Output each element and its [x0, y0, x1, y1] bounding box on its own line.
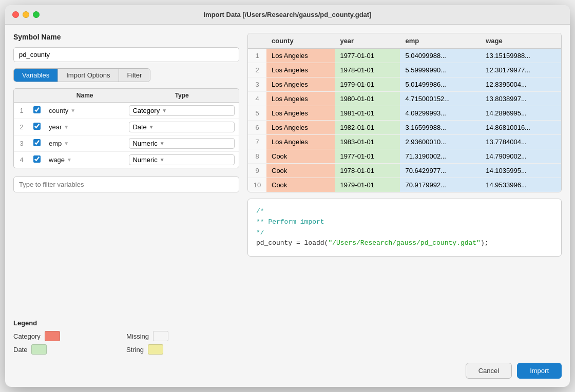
- table-row: 6 Los Angeles 1982-01-01 3.16599988... 1…: [248, 121, 561, 135]
- name-dropdown-arrow[interactable]: ▼: [64, 141, 69, 146]
- cell-emp: 4.09299993...: [400, 106, 481, 121]
- cell-county: Los Angeles: [266, 92, 335, 106]
- variable-row: 3 emp ▼ Numeric ▼: [14, 135, 239, 152]
- legend-color-swatch: [31, 344, 47, 355]
- traffic-lights: [12, 11, 40, 18]
- var-checkbox[interactable]: [33, 123, 41, 130]
- cancel-button[interactable]: Cancel: [466, 363, 512, 379]
- var-type-cell[interactable]: Numeric ▼: [125, 135, 239, 152]
- data-col-index: [248, 33, 266, 49]
- cell-emp: 5.59999990...: [400, 63, 481, 77]
- row-index: 9: [248, 164, 266, 178]
- cell-county: Los Angeles: [266, 121, 335, 135]
- cell-county: Los Angeles: [266, 77, 335, 92]
- data-col-county: county: [266, 33, 335, 49]
- code-comment2: ** Perform import: [256, 217, 553, 228]
- row-index: 10: [248, 178, 266, 192]
- cell-wage: 14.2896995...: [481, 106, 561, 121]
- cell-wage: 14.1035995...: [481, 164, 561, 178]
- col-header-check: [29, 89, 45, 103]
- row-index: 6: [248, 121, 266, 135]
- table-row: 3 Los Angeles 1979-01-01 5.01499986... 1…: [248, 77, 561, 92]
- data-col-year: year: [335, 33, 400, 49]
- var-name-cell: year ▼: [45, 119, 125, 135]
- cell-year: 1978-01-01: [335, 63, 400, 77]
- close-button[interactable]: [12, 11, 19, 18]
- cell-county: Los Angeles: [266, 106, 335, 121]
- legend-item: Missing: [126, 331, 239, 341]
- cell-county: Los Angeles: [266, 49, 335, 63]
- cell-emp: 70.6429977...: [400, 164, 481, 178]
- cell-emp: 2.93600010...: [400, 135, 481, 149]
- tab-variables[interactable]: Variables: [14, 69, 58, 82]
- minimize-button[interactable]: [23, 11, 29, 18]
- var-checkbox[interactable]: [33, 106, 41, 113]
- right-panel: county year emp wage 1 Los Angeles 1977-…: [247, 33, 562, 355]
- var-checkbox-cell[interactable]: [29, 119, 45, 135]
- cell-county: Los Angeles: [266, 135, 335, 149]
- var-checkbox[interactable]: [33, 155, 41, 163]
- cell-wage: 14.86810016...: [481, 121, 561, 135]
- name-dropdown-arrow[interactable]: ▼: [67, 157, 72, 163]
- data-table: county year emp wage 1 Los Angeles 1977-…: [248, 33, 561, 192]
- cell-wage: 13.15159988...: [481, 49, 561, 63]
- var-row-num: 3: [14, 135, 29, 152]
- col-header-rownum: [14, 89, 29, 103]
- var-checkbox-cell[interactable]: [29, 152, 45, 168]
- row-index: 3: [248, 77, 266, 92]
- table-row: 2 Los Angeles 1978-01-01 5.59999990... 1…: [248, 63, 561, 77]
- code-assignment: pd_county = loadd(: [256, 239, 328, 247]
- import-button[interactable]: Import: [517, 363, 562, 379]
- cell-emp: 3.16599988...: [400, 121, 481, 135]
- cell-year: 1982-01-01: [335, 121, 400, 135]
- cell-year: 1979-01-01: [335, 178, 400, 192]
- row-index: 4: [248, 92, 266, 106]
- type-select[interactable]: Date ▼: [129, 122, 235, 132]
- table-row: 5 Los Angeles 1981-01-01 4.09299993... 1…: [248, 106, 561, 121]
- import-dialog: Import Data [/Users/Research/gauss/pd_co…: [5, 5, 570, 387]
- cell-year: 1977-01-01: [335, 149, 400, 164]
- tab-filter[interactable]: Filter: [119, 69, 150, 82]
- symbol-name-input[interactable]: [13, 47, 239, 62]
- cell-year: 1981-01-01: [335, 106, 400, 121]
- var-type-cell[interactable]: Numeric ▼: [125, 152, 239, 168]
- cell-emp: 71.3190002...: [400, 149, 481, 164]
- var-type-cell[interactable]: Date ▼: [125, 119, 239, 135]
- var-checkbox-cell[interactable]: [29, 103, 45, 119]
- filter-variables-input[interactable]: [13, 177, 239, 192]
- name-dropdown-arrow[interactable]: ▼: [70, 108, 75, 113]
- variable-row: 1 county ▼ Category ▼: [14, 103, 239, 119]
- code-close: );: [481, 239, 489, 247]
- var-checkbox-cell[interactable]: [29, 135, 45, 152]
- cell-wage: 13.8038997...: [481, 92, 561, 106]
- code-string: "/Users/Research/gauss/pd_county.gdat": [328, 239, 480, 247]
- type-select[interactable]: Numeric ▼: [129, 138, 235, 149]
- tab-import-options[interactable]: Import Options: [58, 69, 119, 82]
- legend-color-swatch: [153, 331, 168, 341]
- type-select[interactable]: Category ▼: [129, 105, 235, 116]
- name-dropdown-arrow[interactable]: ▼: [64, 124, 69, 130]
- legend-label: String: [126, 346, 144, 354]
- legend-grid: Category Missing Date String: [13, 331, 239, 355]
- type-select[interactable]: Numeric ▼: [129, 154, 235, 165]
- cell-emp: 70.9179992...: [400, 178, 481, 192]
- code-block: /* ** Perform import */ pd_county = load…: [247, 199, 562, 257]
- row-index: 1: [248, 49, 266, 63]
- var-row-num: 1: [14, 103, 29, 119]
- cell-year: 1979-01-01: [335, 77, 400, 92]
- data-col-wage: wage: [481, 33, 561, 49]
- window-title: Import Data [/Users/Research/gauss/pd_co…: [203, 11, 371, 18]
- row-index: 7: [248, 135, 266, 149]
- var-checkbox[interactable]: [33, 139, 41, 146]
- code-comment3: */: [256, 228, 553, 239]
- variable-row: 2 year ▼ Date ▼: [14, 119, 239, 135]
- cell-emp: 4.715000152...: [400, 92, 481, 106]
- row-index: 8: [248, 149, 266, 164]
- titlebar: Import Data [/Users/Research/gauss/pd_co…: [5, 5, 570, 25]
- var-type-cell[interactable]: Category ▼: [125, 103, 239, 119]
- variable-row: 4 wage ▼ Numeric ▼: [14, 152, 239, 168]
- footer: Cancel Import: [5, 363, 570, 387]
- maximize-button[interactable]: [33, 11, 40, 18]
- cell-wage: 12.8395004...: [481, 77, 561, 92]
- col-header-name: Name: [45, 89, 125, 103]
